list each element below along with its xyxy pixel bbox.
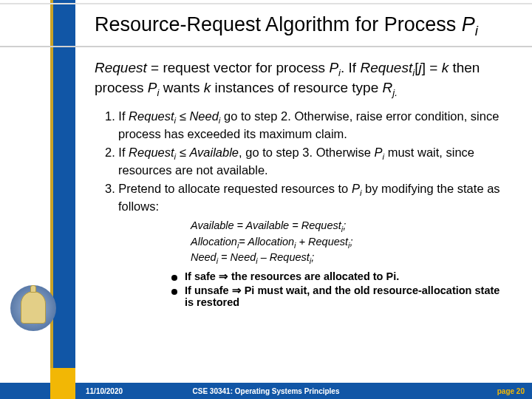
- formula-1: Available = Available = Requesti;: [191, 219, 511, 234]
- f3-rhs: Request: [270, 251, 310, 263]
- title-sub: i: [475, 23, 478, 38]
- f3-eq: =: [218, 251, 231, 263]
- f2-rhs: Request: [308, 236, 348, 248]
- intro-t1: = request vector for process: [147, 60, 330, 75]
- logo-dome-icon: [4, 285, 62, 343]
- intro-rjvar: R: [383, 80, 393, 95]
- intro-t4: ] =: [422, 60, 442, 75]
- intro-rjsub: j.: [392, 87, 398, 98]
- s1-b: Need: [189, 109, 218, 123]
- s2-num: 2. If: [105, 146, 129, 159]
- footer-bar: 11/10/2020 CSE 30341: Operating Systems …: [0, 383, 532, 399]
- bullet-icon: [171, 289, 177, 295]
- f1-eq2: =: [289, 219, 301, 231]
- f2-mid: Allocation: [248, 236, 294, 248]
- f3-lhs: Need: [191, 251, 216, 263]
- s1-op: ≤: [176, 109, 189, 123]
- formula-block: Available = Available = Requesti; Alloca…: [191, 219, 511, 266]
- s1-num: 1. If: [105, 109, 129, 123]
- bullet-1-row: If safe ⇒ the resources are allocated to…: [171, 270, 511, 282]
- f2-op: +: [296, 236, 309, 248]
- formula-3: Needi = Needi – Requesti;: [191, 250, 511, 266]
- intro-request: Request: [95, 60, 147, 75]
- title-var: P: [462, 13, 475, 35]
- f2-eq: =: [239, 236, 248, 248]
- bullet-1-text: If safe ⇒ the resources are allocated to…: [185, 270, 511, 282]
- step-1: 1. If Requesti ≤ Needi go to step 2. Oth…: [105, 109, 511, 142]
- f1-rhs: Request: [301, 219, 341, 231]
- numbered-steps: 1. If Requesti ≤ Needi go to step 2. Oth…: [105, 109, 511, 215]
- f1-eq1: =: [234, 219, 246, 231]
- footer-course: CSE 30341: Operating Systems Principles: [193, 387, 340, 395]
- logo-dome: [21, 291, 46, 324]
- s2-p: P: [375, 146, 383, 159]
- f3-mid: Need: [231, 251, 256, 263]
- f1-lhs: Available: [191, 219, 234, 231]
- f3-op: –: [258, 251, 270, 263]
- intro-kvar2: k: [204, 80, 211, 95]
- bullet-icon: [171, 275, 177, 281]
- intro-kvar: k: [442, 60, 449, 75]
- step-2: 2. If Requesti ≤ Available, go to step 3…: [105, 145, 511, 178]
- bullet-2-row: If unsafe ⇒ Pi must wait, and the old re…: [171, 284, 511, 308]
- slide-title: Resource-Request Algorithm for Process P…: [95, 13, 525, 39]
- s2-mid: , go to step 3. Otherwise: [239, 146, 374, 159]
- s2-op: ≤: [176, 146, 189, 159]
- intro-pvar: P: [329, 60, 338, 75]
- s3-p: P: [352, 182, 360, 195]
- intro-t7: instances of resource type: [211, 80, 382, 95]
- footer-date: 11/10/2020: [86, 387, 123, 395]
- title-rule-top: [0, 3, 532, 4]
- s1-a: Request: [129, 109, 174, 123]
- intro-t6: wants: [159, 80, 203, 95]
- footer-accent-block: [50, 368, 75, 399]
- intro-rvar: Request: [360, 60, 412, 75]
- f1-mid: Available: [246, 219, 290, 231]
- f2-end: ;: [349, 236, 352, 248]
- title-pre: Resource-Request Algorithm for Process: [95, 13, 462, 35]
- f3-end: ;: [311, 251, 314, 263]
- intro-paragraph: Request = request vector for process Pi.…: [95, 59, 511, 100]
- logo-dome-top: [30, 285, 36, 293]
- slide-root: Resource-Request Algorithm for Process P…: [0, 0, 532, 399]
- title-rule-bottom: [0, 46, 532, 47]
- s2-a: Request: [129, 146, 174, 159]
- s2-b: Available: [189, 146, 239, 159]
- formula-2: Allocationi= Allocationi + Requesti;: [191, 235, 511, 250]
- bullet-2-text: If unsafe ⇒ Pi must wait, and the old re…: [185, 284, 511, 308]
- slide-content: Request = request vector for process Pi.…: [95, 59, 511, 310]
- s3-num: 3. Pretend to allocate requested resourc…: [105, 182, 352, 195]
- intro-pvar2: P: [148, 80, 157, 95]
- intro-t2: . If: [341, 60, 360, 75]
- step-3: 3. Pretend to allocate requested resourc…: [105, 181, 511, 214]
- f1-end: ;: [343, 219, 346, 231]
- title-band: Resource-Request Algorithm for Process P…: [0, 3, 532, 47]
- f2-lhs: Allocation: [191, 236, 237, 248]
- footer-page: page 20: [497, 387, 525, 395]
- bullet-block: If safe ⇒ the resources are allocated to…: [171, 270, 511, 308]
